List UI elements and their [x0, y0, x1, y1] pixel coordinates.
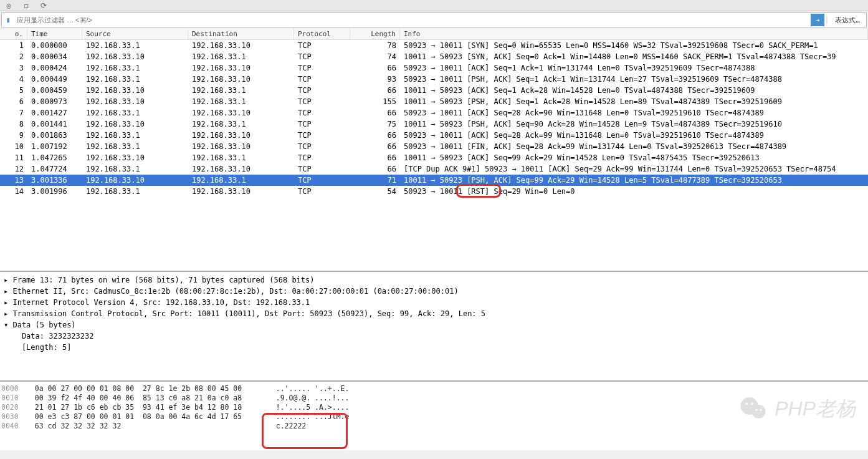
cell: 71 [350, 176, 400, 185]
hex-row[interactable]: 0000 0a 00 27 00 00 01 08 00 27 8c 1e 2b… [0, 384, 868, 394]
detail-line[interactable]: ▸ Transmission Control Protocol, Src Por… [4, 308, 864, 319]
packet-row[interactable]: 60.000973192.168.33.10192.168.33.1TCP155… [0, 96, 868, 107]
col-header-source[interactable]: Source [82, 29, 188, 39]
cell: 192.168.33.1 [188, 120, 294, 128]
cell: 3.001336 [27, 176, 82, 185]
cell: 192.168.33.1 [188, 97, 294, 106]
detail-line[interactable]: ▾ Data (5 bytes) [4, 319, 864, 331]
packet-row[interactable]: 121.047724192.168.33.1192.168.33.10TCP66… [0, 163, 868, 175]
cell: 192.168.33.10 [82, 97, 188, 106]
col-header-info[interactable]: Info [400, 29, 868, 39]
detail-line[interactable]: ▸ Internet Protocol Version 4, Src: 192.… [4, 297, 864, 308]
detail-line[interactable]: Data: 3232323232 [4, 331, 864, 342]
cell: 8 [0, 120, 27, 128]
apply-filter-button[interactable]: ➜ [811, 14, 824, 26]
cell: 192.168.33.1 [82, 64, 188, 72]
packet-rows: 10.000000192.168.33.1192.168.33.10TCP785… [0, 40, 868, 197]
cell: TCP [294, 52, 350, 61]
cell: 192.168.33.10 [188, 64, 294, 72]
cell: 75 [350, 120, 400, 128]
col-header-length[interactable]: Length [350, 29, 400, 39]
packet-row[interactable]: 10.000000192.168.33.1192.168.33.10TCP785… [0, 40, 868, 51]
cell: 78 [350, 41, 400, 50]
toolbar-icon[interactable]: ⟳ [37, 1, 50, 10]
hex-bytes: 63 cd 32 32 32 32 32 [26, 422, 263, 431]
packet-list-pane: o. Time Source Destination Protocol Leng… [0, 29, 868, 272]
hex-offset: 0000 [0, 384, 26, 394]
packet-row[interactable]: 90.001863192.168.33.1192.168.33.10TCP665… [0, 130, 868, 141]
cell: 192.168.33.1 [188, 153, 294, 162]
cell: 10011 → 50923 [PSH, ACK] Seq=90 Ack=28 W… [400, 120, 868, 128]
cell: 192.168.33.10 [82, 120, 188, 128]
packet-row[interactable]: 70.001427192.168.33.1192.168.33.10TCP665… [0, 107, 868, 118]
cell: 50923 → 10011 [RST] Seq=29 Win=0 Len=0 [400, 187, 868, 196]
hex-row[interactable]: 0040 63 cd 32 32 32 32 32 c.22222 [0, 422, 868, 431]
cell: 10011 → 50923 [ACK] Seq=99 Ack=29 Win=14… [400, 153, 868, 162]
cell: 50923 → 10011 [FIN, ACK] Seq=28 Ack=99 W… [400, 142, 868, 151]
hex-row[interactable]: 0030 00 e3 c3 87 00 00 01 01 08 0a 00 4a… [0, 412, 868, 422]
cell: 14 [0, 187, 27, 196]
expression-button[interactable]: 表达式… [829, 16, 866, 25]
cell: 192.168.33.10 [82, 86, 188, 95]
packet-row[interactable]: 101.007192192.168.33.1192.168.33.10TCP66… [0, 141, 868, 152]
display-filter-input[interactable] [14, 15, 811, 25]
cell: 10011 → 50923 [ACK] Seq=1 Ack=28 Win=145… [400, 86, 868, 95]
cell: 10 [0, 142, 27, 151]
detail-line[interactable]: [Length: 5] [4, 342, 864, 353]
packet-row[interactable]: 40.000449192.168.33.1192.168.33.10TCP935… [0, 74, 868, 85]
cell: 192.168.33.1 [188, 52, 294, 61]
toolbar-icon[interactable]: ◎ [2, 1, 15, 10]
col-header-destination[interactable]: Destination [188, 29, 294, 39]
cell: 50923 → 10011 [PSH, ACK] Seq=1 Ack=1 Win… [400, 75, 868, 84]
col-header-time[interactable]: Time [27, 29, 82, 39]
hex-offset: 0030 [0, 412, 26, 422]
packet-row[interactable]: 20.000034192.168.33.10192.168.33.1TCP741… [0, 51, 868, 62]
cell: 10011 → 50923 [PSH, ACK] Seq=1 Ack=28 Wi… [400, 97, 868, 106]
cell: 192.168.33.1 [82, 41, 188, 50]
hex-row[interactable]: 0020 21 01 27 1b c6 eb cb 35 93 41 ef 3e… [0, 403, 868, 412]
cell: 192.168.33.1 [188, 176, 294, 185]
cell: 6 [0, 97, 27, 106]
cell: 66 [350, 131, 400, 140]
cell: 0.001863 [27, 131, 82, 140]
cell: TCP [294, 153, 350, 162]
cell: TCP [294, 75, 350, 84]
cell: 192.168.33.10 [188, 142, 294, 151]
packet-details-pane: ▸ Frame 13: 71 bytes on wire (568 bits),… [0, 272, 868, 382]
packet-row[interactable]: 111.047265192.168.33.10192.168.33.1TCP66… [0, 152, 868, 163]
cell: 66 [350, 153, 400, 162]
hex-bytes: 0a 00 27 00 00 01 08 00 27 8c 1e 2b 08 0… [26, 384, 263, 394]
cell: 1.047265 [27, 153, 82, 162]
toolbar-icon[interactable]: ◻ [20, 1, 32, 10]
cell: 192.168.33.10 [82, 176, 188, 185]
detail-line[interactable]: ▸ Frame 13: 71 bytes on wire (568 bits),… [4, 274, 864, 286]
cell: 0.001441 [27, 120, 82, 128]
cell: 0.000973 [27, 97, 82, 106]
packet-row[interactable]: 30.000424192.168.33.1192.168.33.10TCP665… [0, 62, 868, 74]
packet-row[interactable]: 50.000459192.168.33.10192.168.33.1TCP661… [0, 85, 868, 96]
packet-row[interactable]: 143.001996192.168.33.1192.168.33.10TCP54… [0, 186, 868, 197]
divider: | [824, 16, 829, 24]
cell: 11 [0, 153, 27, 162]
cell: 192.168.33.1 [82, 165, 188, 173]
cell: 13 [0, 176, 27, 185]
cell: 0.000459 [27, 86, 82, 95]
hex-ascii: c.22222 [263, 422, 306, 431]
detail-line[interactable]: ▸ Ethernet II, Src: CadmusCo_8c:1e:2b (0… [4, 286, 864, 297]
hex-bytes: 21 01 27 1b c6 eb cb 35 93 41 ef 3e b4 1… [26, 403, 263, 412]
packet-row[interactable]: 80.001441192.168.33.10192.168.33.1TCP751… [0, 118, 868, 130]
hex-ascii: ........ ...JlM.e [263, 412, 349, 422]
hex-ascii: ..'..... '..+..E. [263, 384, 349, 394]
cell: 3.001996 [27, 187, 82, 196]
cell: TCP [294, 41, 350, 50]
bookmark-icon[interactable]: ▮ [2, 14, 14, 26]
cell: 7 [0, 109, 27, 117]
hex-row[interactable]: 0010 00 39 f2 4f 40 00 40 06 85 13 c0 a8… [0, 394, 868, 403]
col-header-no[interactable]: o. [0, 29, 27, 39]
packet-row[interactable]: 133.001336192.168.33.10192.168.33.1TCP71… [0, 175, 868, 186]
cell: 192.168.33.10 [188, 131, 294, 140]
cell: 50923 → 10011 [ACK] Seq=28 Ack=99 Win=13… [400, 131, 868, 140]
packet-bytes-pane: 0000 0a 00 27 00 00 01 08 00 27 8c 1e 2b… [0, 382, 868, 450]
col-header-protocol[interactable]: Protocol [294, 29, 350, 39]
cell: TCP [294, 142, 350, 151]
